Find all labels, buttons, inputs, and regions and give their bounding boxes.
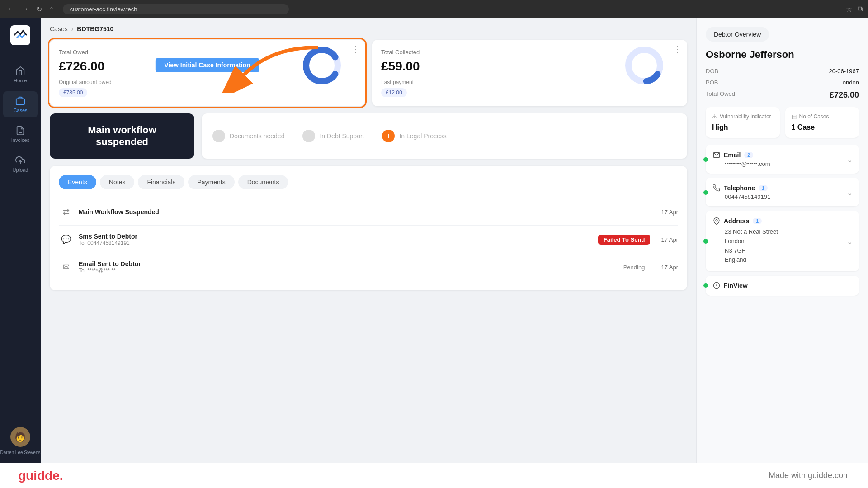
event-status-failed: Failed To Send (598, 235, 651, 245)
event-info-0: Main Workflow Suspended (79, 208, 650, 216)
breadcrumb-parent[interactable]: Cases (50, 25, 68, 33)
status-debt-label: In Debt Support (320, 132, 364, 140)
event-date-1: 17 Apr (661, 236, 678, 243)
status-dot-debt (302, 130, 315, 142)
view-initial-case-button[interactable]: View Initial Case Information (155, 58, 259, 72)
event-row-2: ✉ Email Sent to Debtor To: *****@***.** … (59, 253, 678, 281)
collected-card-menu-button[interactable]: ⋮ (674, 45, 682, 53)
url-bar[interactable]: customer-acc.finview.tech (63, 4, 289, 14)
last-payment-value: £12.00 (381, 88, 407, 97)
info-cards-row: ⚠ Vulnerability indicator High ▤ No of C… (706, 107, 859, 138)
vulnerability-value: High (712, 123, 774, 131)
telephone-type-label: Telephone (724, 184, 755, 192)
reload-button[interactable]: ↻ (34, 3, 44, 15)
address-section[interactable]: Address 1 23 Not a Real Street London N3… (706, 211, 859, 271)
telephone-contact-row[interactable]: Telephone 1 00447458149191 ⌄ (706, 178, 859, 206)
sidebar-item-invoices[interactable]: Invoices (3, 121, 38, 147)
telephone-value: 00447458149191 (725, 193, 852, 200)
guidde-logo: guidde. (18, 469, 63, 483)
app-logo[interactable] (10, 25, 30, 47)
vulnerability-card: ⚠ Vulnerability indicator High (706, 107, 780, 138)
debtor-pob-row: POB London (706, 79, 859, 86)
tab-documents[interactable]: Documents (238, 175, 288, 189)
status-documents-label: Documents needed (230, 132, 284, 140)
address-line-2: London (725, 237, 852, 246)
tab-payments[interactable]: Payments (188, 175, 234, 189)
vulnerability-header: ⚠ Vulnerability indicator (712, 113, 774, 120)
collected-donut-chart (624, 45, 665, 88)
event-icon-0: ⇄ (59, 205, 73, 219)
cases-value: 1 Case (792, 123, 853, 131)
address-label: Address (724, 217, 749, 225)
finview-header: FinView (713, 282, 852, 289)
star-icon: ☆ (846, 5, 852, 14)
guidde-footer-bar: guidde. Made with guidde.com (0, 463, 868, 488)
breadcrumb-separator: › (71, 25, 74, 33)
workflow-status-card: Documents needed In Debt Support ! In Le… (202, 113, 687, 159)
sidebar: Home Cases Invoices Upload 🧑 Darren Lee … (0, 18, 41, 463)
workflow-suspended-card: Main workflow suspended (50, 113, 194, 159)
cases-header: ▤ No of Cases (792, 113, 853, 120)
debtor-dob-row: DOB 20-06-1967 (706, 68, 859, 75)
email-value: ••••••••@•••••.com (725, 160, 852, 167)
email-contact-row[interactable]: Email 2 ••••••••@•••••.com ⌄ (706, 145, 859, 174)
total-owed-card: Total Owed £726.00 Original amount owed … (50, 40, 365, 106)
avatar[interactable]: 🧑 (10, 427, 30, 447)
status-dot-legal: ! (382, 130, 395, 142)
sidebar-item-home-label: Home (14, 78, 27, 83)
address-count-badge: 1 (753, 218, 762, 224)
phone-icon (713, 184, 720, 192)
event-info-2: Email Sent to Debtor To: *****@***.** (79, 260, 613, 274)
forward-button[interactable]: → (20, 3, 31, 15)
email-type-label: Email (724, 151, 741, 159)
workflow-row: Main workflow suspended Documents needed… (50, 113, 687, 159)
cases-label: No of Cases (799, 113, 829, 120)
home-button[interactable]: ⌂ (47, 3, 56, 15)
main-content: Cases › BDTBG7510 Total Owed £726.00 Ori… (41, 18, 696, 463)
workflow-title: Main workflow suspended (61, 124, 184, 148)
original-amount-value: £785.00 (59, 88, 87, 97)
finview-row: FinView (706, 276, 859, 296)
tab-notes[interactable]: Notes (100, 175, 135, 189)
finview-active-dot (703, 283, 708, 288)
telephone-chevron-icon: ⌄ (847, 188, 853, 197)
svg-point-13 (716, 220, 717, 221)
owed-card-menu-button[interactable]: ⋮ (351, 45, 359, 53)
svg-point-7 (312, 56, 332, 75)
sidebar-item-home[interactable]: Home (3, 61, 38, 88)
debtor-overview-button[interactable]: Debtor Overview (706, 27, 769, 42)
svg-rect-1 (16, 99, 24, 104)
breadcrumb: Cases › BDTBG7510 (50, 25, 687, 33)
dob-label: DOB (706, 68, 718, 75)
no-of-cases-card: ▤ No of Cases 1 Case (785, 107, 859, 138)
event-row-0: ⇄ Main Workflow Suspended 17 Apr (59, 198, 678, 226)
top-cards-row: Total Owed £726.00 Original amount owed … (50, 40, 687, 106)
events-tabs-row: Events Notes Financials Payments Documen… (59, 175, 678, 189)
contact-section: Email 2 ••••••••@•••••.com ⌄ Telephone 1… (706, 145, 859, 296)
address-lines: 23 Not a Real Street London N3 7GH Engla… (725, 227, 852, 265)
total-owed-right-value: £726.00 (830, 90, 859, 100)
debtor-owed-row: Total Owed £726.00 (706, 90, 859, 100)
email-icon (713, 151, 720, 159)
address-line-4: England (725, 255, 852, 265)
sidebar-item-upload[interactable]: Upload (3, 151, 38, 177)
dob-value: 20-06-1967 (829, 68, 859, 75)
back-button[interactable]: ← (5, 3, 16, 15)
total-collected-card: Total Collected £59.00 Last payment £12.… (372, 40, 687, 106)
address-header: Address 1 (713, 217, 852, 225)
debtor-name: Osborne Jefferson (706, 49, 859, 61)
sidebar-item-upload-label: Upload (13, 167, 28, 173)
address-line-3: N3 7GH (725, 246, 852, 256)
tab-events[interactable]: Events (59, 175, 96, 189)
tab-financials[interactable]: Financials (138, 175, 184, 189)
breadcrumb-current: BDTBG7510 (77, 25, 113, 33)
event-sub-1: To: 00447458149191 (79, 240, 593, 246)
sidebar-item-cases[interactable]: Cases (3, 91, 38, 117)
vulnerability-icon: ⚠ (712, 113, 717, 120)
event-title-1: Sms Sent to Debtor (79, 233, 593, 240)
address-chevron-icon: ⌄ (847, 237, 853, 245)
event-icon-1: 💬 (59, 232, 73, 247)
address-active-dot (703, 239, 708, 244)
pob-label: POB (706, 79, 718, 86)
finview-label: FinView (724, 282, 748, 289)
